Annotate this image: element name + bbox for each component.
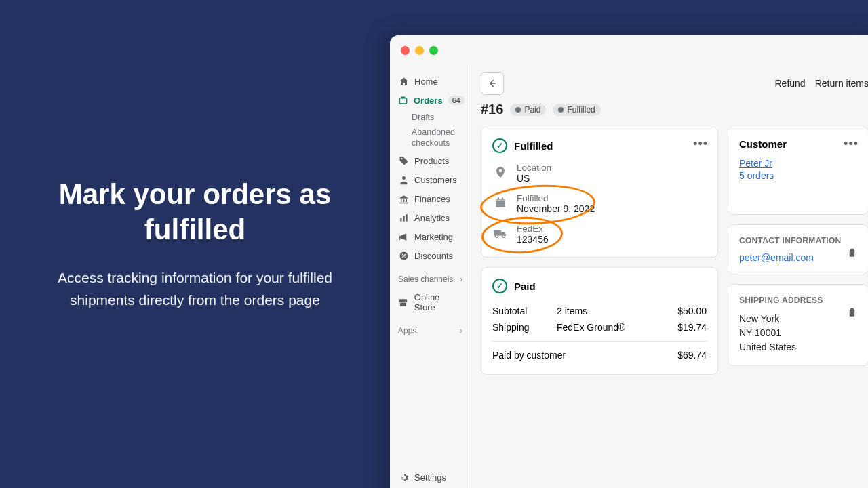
sidebar-item-label: Marketing bbox=[414, 232, 453, 242]
subtotal-value: $50.00 bbox=[677, 306, 707, 317]
svg-rect-3 bbox=[403, 216, 404, 221]
order-id: #16 bbox=[481, 102, 503, 117]
promo-subtitle: Access tracking information for your ful… bbox=[41, 267, 349, 311]
svg-point-6 bbox=[401, 253, 403, 255]
location-value: US bbox=[517, 173, 551, 184]
sidebar-item-discounts[interactable]: Discounts bbox=[390, 246, 471, 265]
back-button[interactable] bbox=[481, 72, 504, 95]
customer-email[interactable]: peter@email.com bbox=[739, 252, 857, 263]
total-label: Paid by customer bbox=[492, 350, 677, 361]
discounts-icon bbox=[398, 250, 409, 261]
orders-icon bbox=[398, 95, 408, 106]
fulfilled-card: ••• Fulfilled Location US bbox=[481, 127, 718, 258]
sidebar-item-analytics[interactable]: Analytics bbox=[390, 208, 471, 227]
shipping-method: FedEx Ground® bbox=[557, 322, 677, 333]
tracking-number[interactable]: 123456 bbox=[517, 234, 549, 245]
fulfilled-date: November 9, 2022 bbox=[517, 203, 595, 214]
check-circle-icon bbox=[492, 279, 507, 293]
store-icon bbox=[398, 297, 409, 308]
customer-card: ••• Customer Peter Jr 5 orders bbox=[728, 127, 868, 215]
paid-card: Paid Subtotal 2 items $50.00 Shipping Fe… bbox=[481, 267, 718, 375]
minimize-icon[interactable] bbox=[415, 46, 424, 55]
check-circle-icon bbox=[492, 138, 507, 153]
address-country: United States bbox=[739, 340, 857, 354]
svg-point-14 bbox=[502, 235, 505, 238]
svg-rect-4 bbox=[406, 214, 407, 222]
svg-point-1 bbox=[402, 176, 406, 180]
sidebar-item-label: Products bbox=[414, 156, 449, 166]
card-actions-menu[interactable]: ••• bbox=[844, 137, 859, 151]
sidebar-item-products[interactable]: Products bbox=[390, 151, 471, 170]
address-city: New York bbox=[739, 312, 857, 326]
refund-action[interactable]: Refund bbox=[774, 78, 805, 89]
sidebar-item-label: Analytics bbox=[414, 213, 450, 223]
svg-point-13 bbox=[496, 235, 498, 238]
customer-orders-link[interactable]: 5 orders bbox=[739, 170, 857, 181]
main-content: Refund Return items #16 Paid Fulfilled •… bbox=[471, 65, 868, 488]
sidebar-sub-abandoned[interactable]: Abandoned checkouts bbox=[390, 125, 471, 151]
sidebar-head-sales[interactable]: Sales channels › bbox=[390, 265, 471, 288]
promo-title: Mark your orders as fulfilled bbox=[41, 177, 349, 248]
sidebar-item-label: Home bbox=[414, 77, 438, 87]
sidebar-item-label: Settings bbox=[414, 472, 446, 483]
svg-rect-0 bbox=[399, 98, 407, 103]
svg-rect-9 bbox=[496, 199, 505, 201]
contact-info-card: CONTACT INFORMATION peter@email.com bbox=[728, 224, 868, 274]
close-icon[interactable] bbox=[401, 46, 410, 55]
status-badge-fulfilled: Fulfilled bbox=[553, 104, 600, 116]
finances-icon bbox=[398, 193, 409, 204]
sidebar: Home Orders 64 Drafts Abandoned checkout… bbox=[390, 65, 471, 488]
sidebar-head-apps[interactable]: Apps › bbox=[390, 317, 471, 340]
sidebar-item-customers[interactable]: Customers bbox=[390, 170, 471, 189]
sidebar-sub-drafts[interactable]: Drafts bbox=[390, 110, 471, 125]
card-title: Fulfilled bbox=[514, 140, 553, 152]
sidebar-item-label: Orders bbox=[414, 96, 443, 106]
sidebar-item-online-store[interactable]: Online Store bbox=[390, 288, 471, 317]
svg-rect-17 bbox=[850, 309, 855, 317]
svg-rect-16 bbox=[850, 249, 854, 251]
svg-rect-11 bbox=[502, 197, 503, 200]
shipping-label: Shipping bbox=[492, 322, 557, 333]
maximize-icon[interactable] bbox=[429, 46, 438, 55]
customers-icon bbox=[398, 174, 409, 185]
svg-rect-2 bbox=[400, 218, 401, 221]
sidebar-item-finances[interactable]: Finances bbox=[390, 189, 471, 208]
address-zip: NY 10001 bbox=[739, 326, 857, 340]
analytics-icon bbox=[398, 212, 409, 223]
svg-point-7 bbox=[404, 256, 406, 258]
card-actions-menu[interactable]: ••• bbox=[693, 137, 708, 151]
sidebar-item-label: Finances bbox=[414, 194, 450, 204]
return-items-action[interactable]: Return items bbox=[815, 78, 868, 89]
home-icon bbox=[398, 76, 409, 87]
sidebar-item-home[interactable]: Home bbox=[390, 72, 471, 91]
clipboard-icon[interactable] bbox=[847, 308, 857, 318]
sidebar-item-label: Discounts bbox=[414, 251, 453, 261]
window-titlebar bbox=[390, 35, 868, 65]
fulfilled-label: Fulfilled bbox=[517, 193, 595, 203]
gear-icon bbox=[398, 472, 409, 483]
svg-rect-15 bbox=[850, 249, 855, 257]
marketing-icon bbox=[398, 231, 409, 242]
sidebar-item-marketing[interactable]: Marketing bbox=[390, 227, 471, 246]
card-title: Customer bbox=[739, 138, 857, 150]
svg-rect-10 bbox=[498, 197, 499, 200]
shipping-title: SHIPPING ADDRESS bbox=[739, 296, 857, 305]
subtotal-qty: 2 items bbox=[557, 306, 677, 317]
location-label: Location bbox=[517, 163, 551, 173]
svg-rect-18 bbox=[850, 308, 854, 310]
clipboard-icon[interactable] bbox=[847, 248, 857, 258]
subtotal-label: Subtotal bbox=[492, 306, 557, 317]
sidebar-item-orders[interactable]: Orders 64 bbox=[390, 91, 471, 110]
shipping-address-card: SHIPPING ADDRESS New York NY 10001 Unite… bbox=[728, 284, 868, 366]
card-title: Paid bbox=[514, 281, 536, 292]
sidebar-item-settings[interactable]: Settings bbox=[390, 468, 454, 487]
customer-name-link[interactable]: Peter Jr bbox=[739, 158, 857, 169]
status-badge-paid: Paid bbox=[510, 104, 546, 116]
carrier-label: FedEx bbox=[517, 224, 549, 234]
sidebar-item-label: Customers bbox=[414, 175, 457, 185]
app-window: Home Orders 64 Drafts Abandoned checkout… bbox=[390, 35, 868, 488]
shipping-value: $19.74 bbox=[677, 322, 707, 333]
contact-info-title: CONTACT INFORMATION bbox=[739, 236, 857, 245]
total-value: $69.74 bbox=[677, 350, 707, 361]
sidebar-item-label: Online Store bbox=[414, 292, 462, 312]
